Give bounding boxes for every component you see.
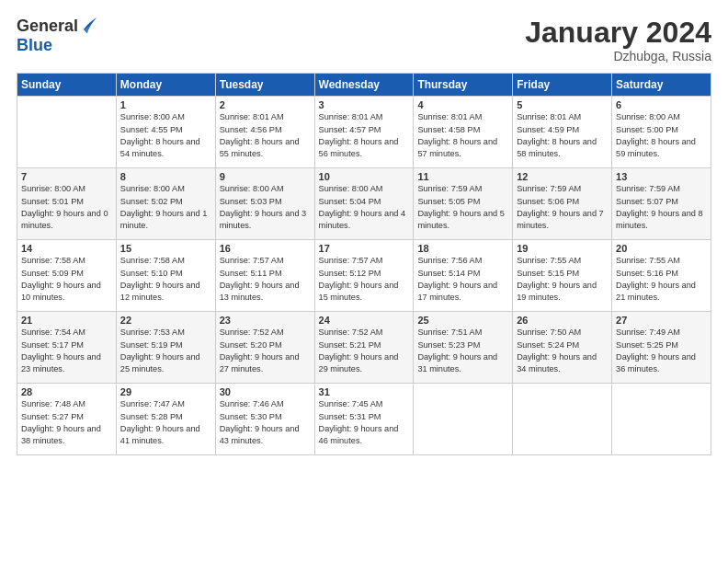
- day-info: Sunrise: 7:52 AMSunset: 5:21 PMDaylight:…: [319, 327, 410, 375]
- day-info: Sunrise: 7:59 AMSunset: 5:05 PMDaylight:…: [417, 183, 508, 232]
- calendar-cell: 7Sunrise: 8:00 AMSunset: 5:01 PMDaylight…: [17, 168, 117, 240]
- calendar-cell: 12Sunrise: 7:59 AMSunset: 5:06 PMDayligh…: [513, 168, 612, 240]
- calendar-table: Sunday Monday Tuesday Wednesday Thursday…: [17, 73, 711, 455]
- day-number: 25: [417, 315, 508, 326]
- day-number: 4: [417, 99, 508, 110]
- title-block: January 2024 Dzhubga, Russia: [525, 17, 711, 63]
- calendar-cell: 17Sunrise: 7:57 AMSunset: 5:12 PMDayligh…: [314, 240, 414, 312]
- day-number: 26: [517, 315, 608, 326]
- day-number: 16: [220, 243, 311, 254]
- calendar-cell: 4Sunrise: 8:01 AMSunset: 4:58 PMDaylight…: [414, 97, 513, 168]
- col-friday: Friday: [513, 74, 612, 97]
- day-info: Sunrise: 7:59 AMSunset: 5:06 PMDaylight:…: [517, 183, 608, 232]
- week-row-5: 28Sunrise: 7:48 AMSunset: 5:27 PMDayligh…: [17, 384, 711, 455]
- calendar-cell: 13Sunrise: 7:59 AMSunset: 5:07 PMDayligh…: [612, 168, 711, 240]
- day-number: 11: [417, 171, 508, 182]
- calendar-cell: 9Sunrise: 8:00 AMSunset: 5:03 PMDaylight…: [215, 168, 314, 240]
- calendar-cell: 18Sunrise: 7:56 AMSunset: 5:14 PMDayligh…: [414, 240, 513, 312]
- day-number: 6: [616, 99, 707, 110]
- day-info: Sunrise: 8:00 AMSunset: 5:00 PMDaylight:…: [616, 111, 707, 160]
- day-info: Sunrise: 8:01 AMSunset: 4:57 PMDaylight:…: [319, 111, 410, 160]
- day-number: 18: [417, 243, 508, 254]
- calendar-cell: 24Sunrise: 7:52 AMSunset: 5:21 PMDayligh…: [314, 312, 414, 384]
- day-info: Sunrise: 7:56 AMSunset: 5:14 PMDaylight:…: [417, 255, 508, 304]
- day-number: 24: [319, 315, 410, 326]
- calendar-cell: 16Sunrise: 7:57 AMSunset: 5:11 PMDayligh…: [215, 240, 314, 312]
- week-row-3: 14Sunrise: 7:58 AMSunset: 5:09 PMDayligh…: [17, 240, 711, 312]
- day-info: Sunrise: 7:51 AMSunset: 5:23 PMDaylight:…: [417, 327, 508, 375]
- day-info: Sunrise: 7:52 AMSunset: 5:20 PMDaylight:…: [220, 327, 311, 375]
- day-number: 7: [21, 171, 112, 182]
- day-info: Sunrise: 7:59 AMSunset: 5:07 PMDaylight:…: [616, 183, 707, 232]
- calendar-cell: 26Sunrise: 7:50 AMSunset: 5:24 PMDayligh…: [513, 312, 612, 384]
- day-info: Sunrise: 7:58 AMSunset: 5:10 PMDaylight:…: [120, 255, 211, 304]
- calendar-cell: 19Sunrise: 7:55 AMSunset: 5:15 PMDayligh…: [513, 240, 612, 312]
- day-number: 31: [319, 386, 410, 397]
- day-number: 17: [319, 243, 410, 254]
- day-number: 19: [517, 243, 608, 254]
- day-number: 30: [220, 386, 311, 397]
- day-number: 8: [120, 171, 211, 182]
- day-info: Sunrise: 7:53 AMSunset: 5:19 PMDaylight:…: [120, 327, 211, 375]
- page: General Blue January 2024 Dzhubga, Russi…: [0, 0, 728, 465]
- day-info: Sunrise: 8:01 AMSunset: 4:56 PMDaylight:…: [220, 111, 311, 160]
- day-number: 12: [517, 171, 608, 182]
- day-info: Sunrise: 7:45 AMSunset: 5:31 PMDaylight:…: [319, 398, 410, 447]
- header-row: Sunday Monday Tuesday Wednesday Thursday…: [17, 74, 711, 97]
- logo: General Blue: [17, 17, 97, 55]
- calendar-cell: [513, 384, 612, 455]
- calendar-cell: 23Sunrise: 7:52 AMSunset: 5:20 PMDayligh…: [215, 312, 314, 384]
- logo-bird-icon: [80, 17, 97, 37]
- day-info: Sunrise: 7:54 AMSunset: 5:17 PMDaylight:…: [21, 327, 112, 375]
- day-number: 28: [21, 386, 112, 397]
- calendar-cell: [17, 97, 117, 168]
- day-number: 2: [220, 99, 311, 110]
- day-info: Sunrise: 8:00 AMSunset: 5:02 PMDaylight:…: [120, 183, 211, 232]
- calendar-cell: 2Sunrise: 8:01 AMSunset: 4:56 PMDaylight…: [215, 97, 314, 168]
- week-row-4: 21Sunrise: 7:54 AMSunset: 5:17 PMDayligh…: [17, 312, 711, 384]
- day-info: Sunrise: 7:57 AMSunset: 5:12 PMDaylight:…: [319, 255, 410, 304]
- day-number: 20: [616, 243, 707, 254]
- day-number: 15: [120, 243, 211, 254]
- calendar-cell: 6Sunrise: 8:00 AMSunset: 5:00 PMDaylight…: [612, 97, 711, 168]
- day-info: Sunrise: 8:00 AMSunset: 5:04 PMDaylight:…: [319, 183, 410, 232]
- week-row-1: 1Sunrise: 8:00 AMSunset: 4:55 PMDaylight…: [17, 97, 711, 168]
- calendar-cell: 15Sunrise: 7:58 AMSunset: 5:10 PMDayligh…: [116, 240, 215, 312]
- day-info: Sunrise: 7:47 AMSunset: 5:28 PMDaylight:…: [120, 398, 211, 447]
- day-info: Sunrise: 7:50 AMSunset: 5:24 PMDaylight:…: [517, 327, 608, 375]
- day-number: 22: [120, 315, 211, 326]
- col-thursday: Thursday: [414, 74, 513, 97]
- day-info: Sunrise: 7:55 AMSunset: 5:16 PMDaylight:…: [616, 255, 707, 304]
- day-info: Sunrise: 8:00 AMSunset: 4:55 PMDaylight:…: [120, 111, 211, 160]
- calendar-cell: [612, 384, 711, 455]
- day-number: 21: [21, 315, 112, 326]
- calendar-cell: 28Sunrise: 7:48 AMSunset: 5:27 PMDayligh…: [17, 384, 117, 455]
- day-info: Sunrise: 7:55 AMSunset: 5:15 PMDaylight:…: [517, 255, 608, 304]
- calendar-cell: 3Sunrise: 8:01 AMSunset: 4:57 PMDaylight…: [314, 97, 414, 168]
- col-saturday: Saturday: [612, 74, 711, 97]
- day-info: Sunrise: 8:01 AMSunset: 4:58 PMDaylight:…: [417, 111, 508, 160]
- location: Dzhubga, Russia: [525, 49, 711, 63]
- calendar-cell: 8Sunrise: 8:00 AMSunset: 5:02 PMDaylight…: [116, 168, 215, 240]
- day-number: 1: [120, 99, 211, 110]
- calendar-cell: 20Sunrise: 7:55 AMSunset: 5:16 PMDayligh…: [612, 240, 711, 312]
- calendar-cell: [414, 384, 513, 455]
- day-number: 27: [616, 315, 707, 326]
- day-number: 10: [319, 171, 410, 182]
- day-info: Sunrise: 7:57 AMSunset: 5:11 PMDaylight:…: [220, 255, 311, 304]
- calendar-cell: 11Sunrise: 7:59 AMSunset: 5:05 PMDayligh…: [414, 168, 513, 240]
- calendar-cell: 31Sunrise: 7:45 AMSunset: 5:31 PMDayligh…: [314, 384, 414, 455]
- day-number: 14: [21, 243, 112, 254]
- col-tuesday: Tuesday: [215, 74, 314, 97]
- day-info: Sunrise: 7:49 AMSunset: 5:25 PMDaylight:…: [616, 327, 707, 375]
- calendar-cell: 14Sunrise: 7:58 AMSunset: 5:09 PMDayligh…: [17, 240, 117, 312]
- day-info: Sunrise: 7:58 AMSunset: 5:09 PMDaylight:…: [21, 255, 112, 304]
- day-info: Sunrise: 8:01 AMSunset: 4:59 PMDaylight:…: [517, 111, 608, 160]
- day-info: Sunrise: 8:00 AMSunset: 5:01 PMDaylight:…: [21, 183, 112, 232]
- calendar-cell: 22Sunrise: 7:53 AMSunset: 5:19 PMDayligh…: [116, 312, 215, 384]
- day-number: 5: [517, 99, 608, 110]
- day-info: Sunrise: 7:48 AMSunset: 5:27 PMDaylight:…: [21, 398, 112, 447]
- calendar-cell: 27Sunrise: 7:49 AMSunset: 5:25 PMDayligh…: [612, 312, 711, 384]
- logo-blue-text: Blue: [17, 37, 97, 55]
- col-sunday: Sunday: [17, 74, 117, 97]
